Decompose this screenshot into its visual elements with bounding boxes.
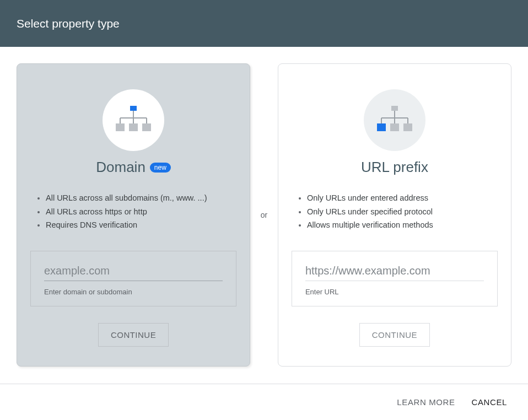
dialog-header: Select property type — [0, 0, 528, 47]
svg-rect-16 — [390, 123, 399, 131]
list-item: Only URLs under specified protocol — [307, 205, 498, 219]
svg-rect-9 — [391, 106, 398, 111]
url-bullets: Only URLs under entered address Only URL… — [292, 191, 498, 232]
url-help-text: Enter URL — [305, 288, 484, 296]
url-input[interactable] — [305, 261, 484, 281]
dialog-footer: LEARN MORE CANCEL — [0, 384, 528, 420]
cancel-button[interactable]: CANCEL — [472, 397, 507, 407]
learn-more-button[interactable]: LEARN MORE — [397, 397, 455, 407]
dialog-title: Select property type — [17, 17, 120, 30]
domain-title: Domain — [96, 159, 146, 176]
list-item: Requires DNS verification — [46, 218, 236, 232]
new-badge: new — [150, 163, 171, 173]
url-title-row: URL prefix — [361, 159, 428, 176]
svg-rect-7 — [129, 123, 138, 131]
domain-input[interactable] — [44, 261, 223, 281]
svg-rect-0 — [130, 106, 137, 111]
url-input-box: Enter URL — [292, 251, 498, 306]
list-item: Allows multiple verification methods — [307, 218, 498, 232]
list-item: Only URLs under entered address — [307, 191, 498, 205]
list-item: All URLs across all subdomains (m., www.… — [46, 191, 236, 205]
domain-card[interactable]: Domain new All URLs across all subdomain… — [17, 63, 250, 367]
svg-rect-8 — [142, 123, 151, 131]
list-item: All URLs across https or http — [46, 205, 236, 219]
domain-continue-button[interactable]: CONTINUE — [98, 323, 169, 347]
url-prefix-card[interactable]: URL prefix Only URLs under entered addre… — [278, 63, 511, 367]
url-title: URL prefix — [361, 159, 428, 176]
domain-title-row: Domain new — [96, 159, 171, 176]
domain-bullets: All URLs across all subdomains (m., www.… — [30, 191, 236, 232]
sitemap-url-icon — [375, 104, 414, 137]
domain-help-text: Enter domain or subdomain — [44, 288, 223, 296]
svg-rect-6 — [116, 123, 125, 131]
sitemap-domain-icon — [114, 104, 153, 137]
url-continue-button[interactable]: CONTINUE — [359, 323, 430, 347]
url-icon-circle — [364, 89, 425, 151]
or-separator: or — [258, 211, 270, 219]
svg-rect-17 — [403, 123, 412, 131]
svg-rect-15 — [377, 123, 386, 131]
domain-icon-circle — [103, 89, 164, 151]
domain-input-box: Enter domain or subdomain — [30, 251, 236, 306]
cards-row: Domain new All URLs across all subdomain… — [0, 47, 528, 383]
